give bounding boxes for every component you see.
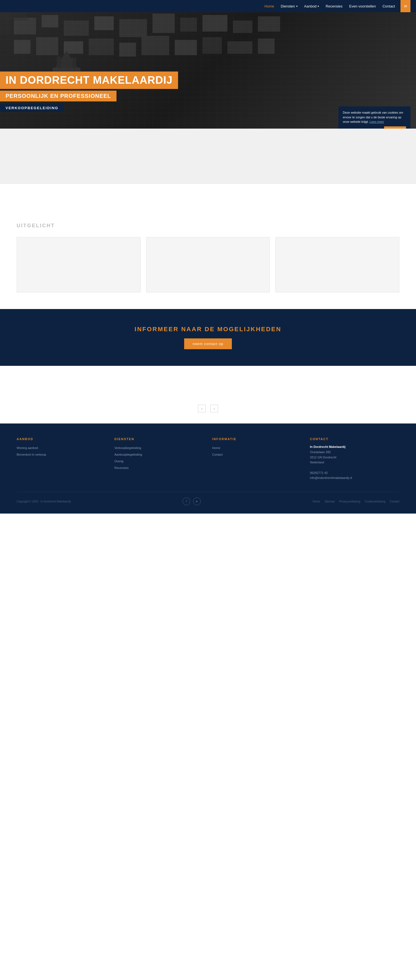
- svg-rect-17: [202, 37, 222, 54]
- footer-aanbod-links: Woning aanbod Binnenkort in verkoop: [17, 445, 106, 457]
- footer-bottom-link-cookies[interactable]: Cookieverklaring: [365, 500, 385, 503]
- list-item[interactable]: Binnenkort in verkoop: [17, 452, 106, 457]
- footer-social: f ▶: [182, 498, 201, 505]
- property-card[interactable]: [146, 237, 270, 293]
- nav-item-aanbod[interactable]: Aanbod ▾: [304, 4, 319, 8]
- list-item[interactable]: Contact: [212, 452, 302, 457]
- uitgelicht-section: UITGELICHT: [0, 217, 416, 309]
- reviews-prev-button[interactable]: ‹: [198, 405, 206, 412]
- footer-diensten-title: DIENSTEN: [115, 438, 204, 441]
- footer-link[interactable]: Recensies: [115, 466, 129, 469]
- reviews-nav: ‹ ›: [17, 405, 399, 412]
- footer: AANBOD Woning aanbod Binnenkort in verko…: [0, 423, 416, 514]
- property-card[interactable]: [17, 237, 140, 293]
- svg-rect-2: [64, 21, 89, 36]
- svg-rect-19: [258, 38, 274, 54]
- footer-col-diensten: DIENSTEN Verkoopbegeleiding Aankoopbegel…: [115, 438, 204, 480]
- list-item[interactable]: Overig: [115, 458, 204, 463]
- youtube-icon[interactable]: ▶: [193, 498, 201, 505]
- list-item[interactable]: Home: [212, 445, 302, 450]
- footer-link[interactable]: Home: [212, 446, 220, 450]
- cookie-notice: Deze website maakt gebruik van cookies o…: [338, 107, 410, 129]
- svg-rect-3: [94, 16, 114, 30]
- hero-subtitle-bar: PERSOONLIJK EN PROFESSIONEEL: [0, 91, 116, 102]
- facebook-icon[interactable]: f: [182, 498, 190, 505]
- cta-section: INFORMEER NAAR DE MOGELIJKHEDEN neem con…: [0, 309, 416, 366]
- nav-item-recensies[interactable]: Recensies: [325, 3, 343, 9]
- svg-rect-18: [228, 41, 252, 54]
- footer-informatie-title: INFORMATIE: [212, 438, 302, 441]
- footer-address: Oranjelaan 282 3312 GN Dordrecht Nederla…: [310, 450, 400, 480]
- uitgelicht-label: UITGELICHT: [17, 223, 399, 229]
- svg-rect-4: [119, 19, 147, 37]
- cookie-accept-button[interactable]: Begrepen!: [384, 126, 406, 129]
- svg-rect-16: [175, 40, 197, 55]
- footer-link[interactable]: Woning aanbod: [17, 446, 38, 450]
- footer-email-link[interactable]: info@indordrechtmakelaardij.nl: [310, 476, 352, 479]
- email-icon: ✉: [404, 4, 407, 8]
- list-item[interactable]: Verkoopbegeleiding: [115, 445, 204, 450]
- white-section: [0, 184, 416, 217]
- svg-rect-7: [202, 15, 228, 32]
- chevron-down-icon: ▾: [296, 5, 298, 8]
- svg-rect-22: [57, 57, 61, 68]
- nav-item-diensten[interactable]: Diensten ▾: [281, 4, 297, 8]
- footer-diensten-links: Verkoopbegeleiding Aankoopbegeleiding Ov…: [115, 445, 204, 470]
- nav-link-even-voorstellen[interactable]: Even voorstellen: [349, 4, 376, 8]
- property-card[interactable]: [276, 237, 399, 293]
- cta-title: INFORMEER NAAR DE MOGELIJKHEDEN: [6, 326, 410, 333]
- cookie-link[interactable]: Lees meer: [370, 120, 384, 123]
- footer-bottom-link-contact[interactable]: Contact: [390, 500, 399, 503]
- nav-link-diensten[interactable]: Diensten: [281, 4, 295, 8]
- navbar: Home Diensten ▾ Aanbod ▾ Recensies Even …: [0, 0, 416, 12]
- reviews-section: ‹ ›: [0, 366, 416, 423]
- svg-rect-13: [89, 38, 114, 55]
- reviews-next-button[interactable]: ›: [210, 405, 218, 412]
- footer-aanbod-title: AANBOD: [17, 438, 106, 441]
- svg-rect-11: [36, 37, 58, 55]
- hero-title-bar: IN DORDRECHT MAKELAARDIJ: [0, 72, 178, 89]
- hero-title: IN DORDRECHT MAKELAARDIJ: [6, 74, 172, 86]
- chevron-down-icon: ▾: [317, 5, 319, 8]
- svg-rect-6: [180, 18, 197, 32]
- footer-contact-title: CONTACT: [310, 438, 400, 441]
- hero-section: IN DORDRECHT MAKELAARDIJ PERSOONLIJK EN …: [0, 12, 416, 129]
- svg-rect-25: [0, 12, 11, 34]
- hero-content: IN DORDRECHT MAKELAARDIJ PERSOONLIJK EN …: [0, 72, 416, 112]
- footer-bottom: Copyright © 2025 · In Dordrecht Makelaar…: [17, 492, 399, 505]
- footer-bottom-link-privacy[interactable]: Privacyverklaring: [339, 500, 360, 503]
- list-item[interactable]: Recensies: [115, 465, 204, 470]
- nav-link-home[interactable]: Home: [265, 4, 274, 8]
- nav-item-even-voorstellen[interactable]: Even voorstellen: [349, 3, 376, 9]
- nav-link-recensies[interactable]: Recensies: [325, 4, 343, 8]
- list-item[interactable]: Aankoopbegeleiding: [115, 452, 204, 457]
- footer-col-aanbod: AANBOD Woning aanbod Binnenkort in verko…: [17, 438, 106, 480]
- footer-col-contact: CONTACT In Dordrecht Makelaardij Oranjel…: [310, 438, 400, 480]
- hero-tag-bar: VERKOOPBEGELEIDING: [0, 103, 64, 112]
- footer-informatie-links: Home Contact: [212, 445, 302, 457]
- footer-link[interactable]: Binnenkort in verkoop: [17, 453, 46, 456]
- footer-link[interactable]: Overig: [115, 460, 123, 463]
- footer-bottom-link-home[interactable]: Home: [313, 500, 320, 503]
- email-button[interactable]: ✉: [400, 0, 410, 12]
- cta-button[interactable]: neem contact op: [184, 339, 231, 349]
- list-item[interactable]: Woning aanbod: [17, 445, 106, 450]
- footer-bottom-link-sitemap[interactable]: Sitemap: [325, 500, 335, 503]
- footer-link[interactable]: Verkoopbegeleiding: [115, 446, 142, 450]
- footer-link[interactable]: Aankoopbegeleiding: [115, 453, 142, 456]
- footer-copyright: Copyright © 2025 · In Dordrecht Makelaar…: [17, 500, 71, 503]
- nav-item-home[interactable]: Home: [265, 3, 274, 9]
- svg-rect-9: [258, 16, 280, 32]
- footer-company-name: In Dordrecht Makelaardij: [310, 445, 400, 449]
- nav-link-aanbod[interactable]: Aanbod: [304, 4, 317, 8]
- svg-rect-23: [72, 58, 76, 68]
- svg-rect-8: [233, 21, 252, 33]
- hero-subtitle: PERSOONLIJK EN PROFESSIONEEL: [6, 93, 111, 99]
- nav-link-contact[interactable]: Contact: [383, 4, 395, 8]
- svg-rect-14: [119, 43, 136, 57]
- svg-rect-1: [41, 15, 58, 27]
- footer-grid: AANBOD Woning aanbod Binnenkort in verko…: [17, 438, 399, 480]
- footer-link[interactable]: Contact: [212, 453, 223, 456]
- footer-bottom-links: Home Sitemap Privacyverklaring Cookiever…: [313, 500, 399, 503]
- nav-item-contact[interactable]: Contact: [383, 3, 395, 9]
